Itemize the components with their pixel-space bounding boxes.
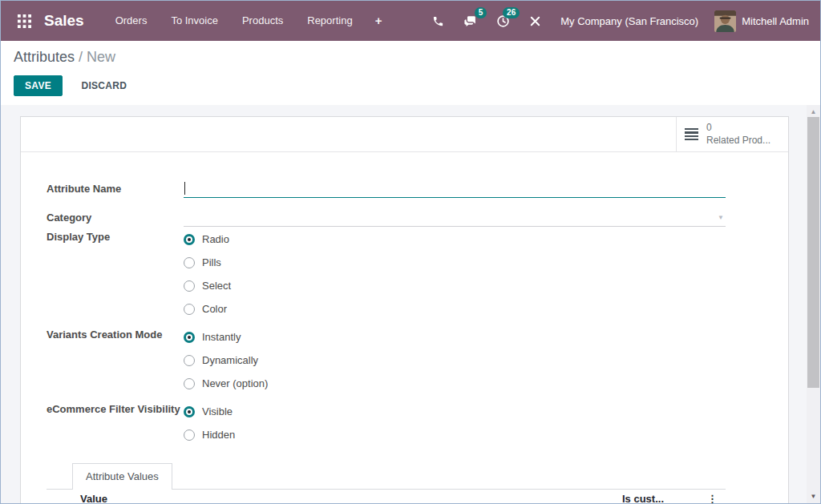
discard-button[interactable]: DISCARD	[72, 76, 135, 95]
menu-reporting[interactable]: Reporting	[295, 1, 364, 41]
scrollbar-thumb[interactable]	[807, 117, 819, 388]
ecommerce-filter-visibility-row: eCommerce Filter Visibility Visible Hidd…	[47, 400, 726, 446]
save-button[interactable]: SAVE	[14, 75, 63, 96]
control-panel: Attributes / New SAVE DISCARD	[1, 41, 820, 105]
user-name: Mitchell Admin	[742, 15, 809, 27]
menu-plus-button[interactable]: +	[365, 1, 393, 41]
list-bars-icon	[685, 128, 698, 141]
button-box: 0 Related Prod...	[21, 117, 788, 152]
control-panel-buttons: SAVE DISCARD	[14, 75, 807, 96]
breadcrumb-attributes-link[interactable]: Attributes	[14, 49, 75, 65]
apps-menu-icon[interactable]	[12, 14, 36, 28]
radio-option-radio[interactable]: Radio	[184, 228, 231, 251]
category-label: Category	[47, 208, 184, 228]
attribute-values-list-header: Value Is cust... ⋮	[72, 490, 719, 503]
optional-columns-icon[interactable]: ⋮	[705, 493, 718, 504]
scroll-up-icon[interactable]: ▲	[807, 108, 820, 115]
activities-button[interactable]: 26	[487, 1, 520, 41]
radio-option-color[interactable]: Color	[184, 297, 231, 321]
tab-row: Attribute Values	[47, 463, 726, 490]
related-products-stat-button[interactable]: 0 Related Prod...	[676, 117, 788, 151]
radio-unselected-icon	[184, 355, 195, 366]
display-type-row: Display Type Radio Pills Select	[47, 228, 726, 321]
radio-option-hidden[interactable]: Hidden	[184, 423, 235, 446]
breadcrumb: Attributes / New	[14, 49, 807, 66]
display-type-options: Radio Pills Select Color	[184, 228, 231, 321]
display-type-label: Display Type	[47, 228, 184, 321]
systray: 5 26 My Company (San Francisco)	[423, 1, 809, 41]
phone-icon	[432, 15, 444, 27]
form-sheet: 0 Related Prod... Attribute Name Categor…	[20, 116, 789, 503]
radio-option-select[interactable]: Select	[184, 274, 231, 297]
messages-button[interactable]: 5	[454, 1, 487, 41]
radio-selected-icon	[184, 234, 195, 245]
crossed-tools-icon	[529, 15, 541, 27]
radio-option-never[interactable]: Never (option)	[184, 372, 268, 395]
attribute-name-label: Attribute Name	[47, 179, 184, 199]
ecommerce-filter-visibility-label: eCommerce Filter Visibility	[47, 400, 184, 446]
notebook: Attribute Values Value Is cust... ⋮	[47, 463, 726, 503]
tab-attribute-values[interactable]: Attribute Values	[72, 463, 172, 490]
column-header-is-custom[interactable]: Is cust...	[622, 493, 705, 504]
menu-products[interactable]: Products	[230, 1, 295, 41]
ecommerce-filter-visibility-options: Visible Hidden	[184, 400, 235, 446]
radio-unselected-icon	[184, 304, 195, 315]
form-fields: Attribute Name Category ▼ Display Type	[21, 152, 788, 503]
column-header-value[interactable]: Value	[80, 493, 622, 504]
app-name[interactable]: Sales	[44, 12, 84, 30]
content-area: 0 Related Prod... Attribute Name Categor…	[1, 105, 820, 503]
menu-to-invoice[interactable]: To Invoice	[159, 1, 230, 41]
grid-icon	[18, 14, 31, 28]
radio-option-pills[interactable]: Pills	[184, 251, 231, 274]
radio-option-instantly[interactable]: Instantly	[184, 325, 268, 349]
radio-unselected-icon	[184, 378, 195, 389]
radio-selected-icon	[184, 332, 195, 343]
radio-unselected-icon	[184, 257, 195, 268]
stat-value: 0	[706, 122, 770, 135]
activities-count-badge: 26	[503, 7, 520, 18]
category-row: Category ▼	[47, 208, 726, 228]
variants-creation-mode-row: Variants Creation Mode Instantly Dynamic…	[47, 325, 726, 395]
user-menu[interactable]: Mitchell Admin	[714, 10, 809, 32]
tools-button[interactable]	[520, 1, 551, 41]
attribute-name-input[interactable]	[184, 179, 726, 198]
breadcrumb-current: New	[87, 49, 115, 65]
company-switcher[interactable]: My Company (San Francisco)	[560, 15, 698, 27]
attribute-name-row: Attribute Name	[47, 179, 726, 199]
vertical-scrollbar[interactable]: ▲ ▼	[807, 105, 820, 503]
top-navbar: Sales Orders To Invoice Products Reporti…	[1, 1, 820, 41]
variants-creation-mode-options: Instantly Dynamically Never (option)	[184, 325, 268, 395]
voip-phone-button[interactable]	[423, 1, 454, 41]
radio-unselected-icon	[184, 429, 195, 441]
text-cursor	[184, 182, 185, 195]
breadcrumb-separator: /	[79, 49, 83, 65]
radio-unselected-icon	[184, 280, 195, 292]
radio-selected-icon	[184, 406, 195, 417]
category-select[interactable]: ▼	[184, 208, 726, 227]
user-avatar	[714, 10, 736, 32]
chevron-down-icon: ▼	[718, 214, 724, 221]
stat-label: Related Prod...	[706, 135, 770, 147]
radio-option-dynamically[interactable]: Dynamically	[184, 349, 268, 372]
menu-orders[interactable]: Orders	[103, 1, 160, 41]
radio-option-visible[interactable]: Visible	[184, 400, 235, 423]
scroll-down-icon[interactable]: ▼	[807, 493, 820, 500]
messages-count-badge: 5	[475, 7, 487, 18]
variants-creation-mode-label: Variants Creation Mode	[47, 325, 184, 395]
